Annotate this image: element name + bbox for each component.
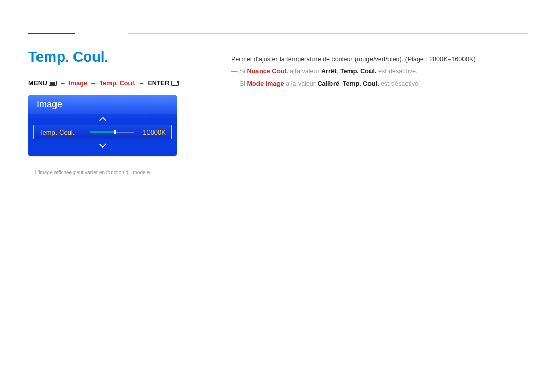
t: est désactivé. (377, 68, 418, 75)
footnote-rule (28, 165, 126, 165)
chevron-up-icon (99, 117, 106, 124)
osd-row-value: 10000K (138, 128, 166, 136)
slider-fill (90, 131, 114, 133)
osd-title: Image (28, 95, 177, 114)
t: Arrêt (321, 68, 337, 75)
t: Nuance Coul. (247, 68, 288, 75)
path-arrow: → (137, 80, 146, 87)
t: a la valeur (284, 80, 318, 87)
t: Temp. Coul. (343, 80, 379, 87)
path-arrow: → (89, 80, 98, 87)
page-title: Temp. Coul. (28, 49, 182, 65)
t: a la valeur (288, 68, 321, 75)
footnote: L'image affichée peut varier en fonction… (28, 170, 182, 175)
osd-scroll-down[interactable] (28, 139, 177, 151)
left-column: Temp. Coul. MENU → Image → Temp. Coul. →… (28, 49, 182, 175)
accent-bar (28, 33, 75, 34)
desc-note-2: Si Mode Image a la valeur Calibré, Temp.… (231, 79, 528, 89)
path-menu-label: MENU (28, 80, 47, 87)
path-seg-image: Image (69, 80, 87, 87)
osd-row-label: Temp. Coul. (39, 128, 90, 136)
osd-row-tempcoul[interactable]: Temp. Coul. 10000K (33, 125, 172, 139)
t: Mode Image (247, 80, 284, 87)
t: , (339, 80, 343, 87)
t: Si (239, 80, 247, 87)
nav-path: MENU → Image → Temp. Coul. → ENTER (28, 80, 182, 87)
osd-slider[interactable] (90, 131, 134, 133)
enter-button-icon (171, 81, 179, 86)
t: Si (239, 68, 247, 75)
menu-button-icon (49, 81, 57, 86)
t: est désactivé. (379, 80, 420, 87)
path-arrow: → (59, 80, 67, 87)
description-column: Permet d'ajuster la température de coule… (231, 54, 528, 91)
desc-main: Permet d'ajuster la température de coule… (231, 54, 528, 64)
t: , (337, 68, 340, 75)
chevron-down-icon (99, 141, 106, 148)
t: Calibré (317, 80, 339, 87)
header-rule (128, 33, 528, 34)
slider-handle-icon[interactable] (114, 130, 116, 134)
t: Temp. Coul. (340, 68, 377, 75)
osd-scroll-up[interactable] (28, 114, 177, 125)
path-seg-tempcoul: Temp. Coul. (99, 80, 136, 87)
path-enter-label: ENTER (147, 80, 169, 87)
desc-note-1: Si Nuance Coul. a la valeur Arrêt, Temp.… (231, 66, 528, 77)
osd-panel: Image Temp. Coul. 10000K (28, 95, 177, 156)
